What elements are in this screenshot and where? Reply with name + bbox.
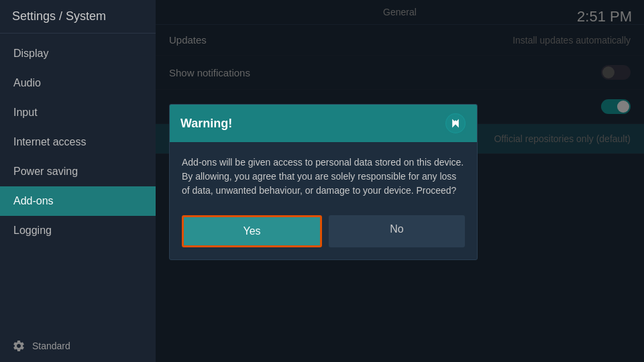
sidebar-item-logging[interactable]: Logging xyxy=(0,216,156,245)
no-button[interactable]: No xyxy=(329,215,465,247)
sidebar-item-add-ons[interactable]: Add-ons xyxy=(0,186,156,216)
gear-icon xyxy=(12,339,25,353)
sidebar-item-internet-access[interactable]: Internet access xyxy=(0,127,156,157)
sidebar-item-display[interactable]: Display xyxy=(0,39,156,68)
sidebar: Settings / System Display Audio Input In… xyxy=(0,0,156,362)
warning-dialog: Warning! Add-ons will be given access to… xyxy=(169,104,478,260)
yes-button[interactable]: Yes xyxy=(182,215,322,247)
dialog-title: Warning! xyxy=(180,117,232,131)
sidebar-item-power-saving[interactable]: Power saving xyxy=(0,157,156,186)
dialog-overlay: Warning! Add-ons will be given access to… xyxy=(156,0,644,362)
page-title: Settings / System xyxy=(0,0,156,34)
profile-label: Standard xyxy=(32,341,70,351)
sidebar-item-audio[interactable]: Audio xyxy=(0,68,156,98)
dialog-body: Add-ons will be given access to personal… xyxy=(170,142,477,208)
dialog-buttons: Yes No xyxy=(170,208,477,259)
kodi-logo-icon xyxy=(445,113,466,134)
sidebar-footer: Standard xyxy=(0,330,156,362)
dialog-title-bar: Warning! xyxy=(170,105,477,142)
sidebar-item-input[interactable]: Input xyxy=(0,98,156,127)
nav-menu: Display Audio Input Internet access Powe… xyxy=(0,34,156,330)
